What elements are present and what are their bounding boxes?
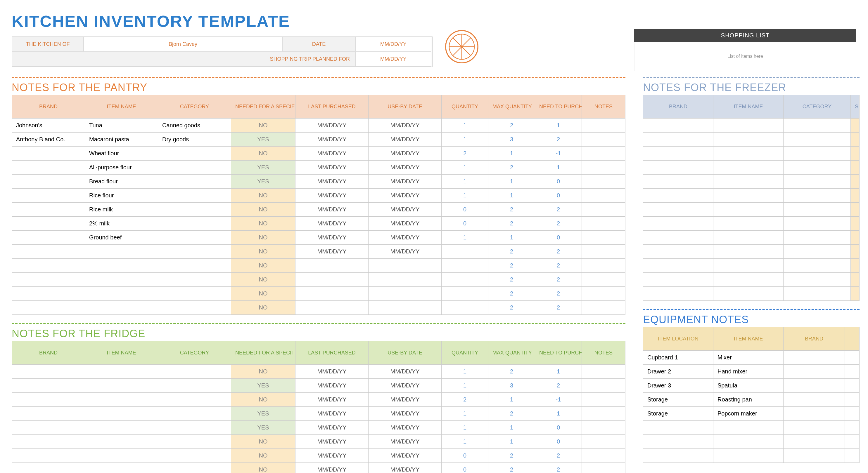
trip-value[interactable]: MM/DD/YY (355, 52, 431, 67)
equipment-header: EQUIPMENT NOTES (643, 310, 860, 326)
table-row[interactable] (643, 449, 860, 463)
col-max: MAX QUANTITY (488, 95, 535, 119)
table-row[interactable] (643, 231, 860, 245)
table-row[interactable] (643, 146, 860, 161)
table-row[interactable]: NOMM/DD/YYMM/DD/YY21-1 (12, 393, 625, 407)
table-row[interactable]: NO22 (12, 273, 625, 287)
table-row[interactable]: NOMM/DD/YYMM/DD/YY121 (12, 365, 625, 379)
freezer-header: NOTES FOR THE FREEZER (643, 78, 860, 94)
table-row[interactable]: 2% milkNOMM/DD/YYMM/DD/YY022 (12, 217, 625, 231)
col-useby: USE-BY DATE (369, 95, 442, 119)
table-row[interactable]: StoragePopcorn maker (643, 407, 860, 421)
pantry-header: NOTES FOR THE PANTRY (12, 78, 625, 94)
col-item: ITEM NAME (85, 95, 158, 119)
table-row[interactable] (643, 421, 860, 435)
table-row[interactable]: Rice milkNOMM/DD/YYMM/DD/YY022 (12, 203, 625, 217)
trip-label: SHOPPING TRIP PLANNED FOR (12, 52, 355, 67)
table-row[interactable] (643, 259, 860, 273)
date-value[interactable]: MM/DD/YY (355, 37, 431, 52)
table-row[interactable] (643, 435, 860, 449)
col-needed: NEEDED FOR A SPECIFIC RECIPE? (231, 95, 296, 119)
header-meta: THE KITCHEN OF Bjorn Cavey DATE MM/DD/YY… (12, 36, 433, 67)
table-row[interactable]: YESMM/DD/YYMM/DD/YY121 (12, 407, 625, 421)
table-row[interactable]: YESMM/DD/YYMM/DD/YY110 (12, 421, 625, 435)
col-qty: QUANTITY (442, 95, 488, 119)
table-row[interactable]: NOMM/DD/YYMM/DD/YY022 (12, 463, 625, 473)
table-row[interactable]: NOMM/DD/YYMM/DD/YY22 (12, 245, 625, 259)
table-row[interactable]: All-purpose flourYESMM/DD/YYMM/DD/YY121 (12, 161, 625, 175)
table-row[interactable] (643, 119, 860, 133)
table-row[interactable] (643, 287, 860, 301)
freezer-table[interactable]: BRAND ITEM NAME CATEGORY S (643, 95, 860, 301)
table-row[interactable]: NOMM/DD/YYMM/DD/YY110 (12, 435, 625, 449)
pantry-table[interactable]: BRAND ITEM NAME CATEGORY NEEDED FOR A SP… (12, 95, 625, 315)
table-row[interactable] (643, 189, 860, 203)
table-row[interactable]: Anthony B and Co.Macaroni pastaDry goods… (12, 133, 625, 146)
table-row[interactable]: NO22 (12, 301, 625, 315)
shopping-list-header: SHOPPING LIST (634, 29, 856, 42)
equipment-table[interactable]: ITEM LOCATION ITEM NAME BRAND Cupboard 1… (643, 327, 860, 463)
table-row[interactable]: Rice flourNOMM/DD/YYMM/DD/YY110 (12, 189, 625, 203)
table-row[interactable]: Drawer 3Spatula (643, 379, 860, 393)
table-row[interactable]: Bread flourYESMM/DD/YYMM/DD/YY110 (12, 175, 625, 189)
page-title: KITCHEN INVENTORY TEMPLATE (12, 12, 433, 31)
table-row[interactable]: Wheat flourNOMM/DD/YYMM/DD/YY21-1 (12, 146, 625, 161)
table-row[interactable]: StorageRoasting pan (643, 393, 860, 407)
table-row[interactable]: Ground beefNOMM/DD/YYMM/DD/YY110 (12, 231, 625, 245)
table-row[interactable] (643, 217, 860, 231)
table-row[interactable]: NO22 (12, 259, 625, 273)
col-notes: NOTES (582, 95, 625, 119)
col-last: LAST PURCHASED (296, 95, 369, 119)
table-row[interactable]: YESMM/DD/YYMM/DD/YY132 (12, 379, 625, 393)
table-row[interactable] (643, 133, 860, 146)
kitchen-of-value[interactable]: Bjorn Cavey (84, 37, 282, 52)
table-row[interactable]: Drawer 2Hand mixer (643, 365, 860, 379)
table-row[interactable]: NO22 (12, 287, 625, 301)
table-row[interactable] (643, 161, 860, 175)
table-row[interactable]: Cupboard 1Mixer (643, 351, 860, 365)
table-row[interactable] (643, 175, 860, 189)
date-label: DATE (282, 37, 355, 52)
shopping-list-body[interactable]: List of items here (634, 42, 856, 71)
col-brand: BRAND (12, 95, 85, 119)
fridge-table[interactable]: BRAND ITEM NAME CATEGORY NEEDED FOR A SP… (12, 341, 625, 473)
kitchen-of-label: THE KITCHEN OF (12, 37, 84, 52)
col-cat: CATEGORY (158, 95, 231, 119)
table-row[interactable]: Johnson'sTunaCanned goodsNOMM/DD/YYMM/DD… (12, 119, 625, 133)
col-needp: NEED TO PURCHASE (535, 95, 582, 119)
fridge-header: NOTES FOR THE FRIDGE (12, 324, 625, 340)
orange-slice-icon (444, 12, 485, 65)
table-row[interactable] (643, 273, 860, 287)
shopping-list: SHOPPING LIST List of items here (634, 12, 856, 71)
table-row[interactable] (643, 245, 860, 259)
table-row[interactable] (643, 203, 860, 217)
table-row[interactable]: NOMM/DD/YYMM/DD/YY022 (12, 449, 625, 463)
